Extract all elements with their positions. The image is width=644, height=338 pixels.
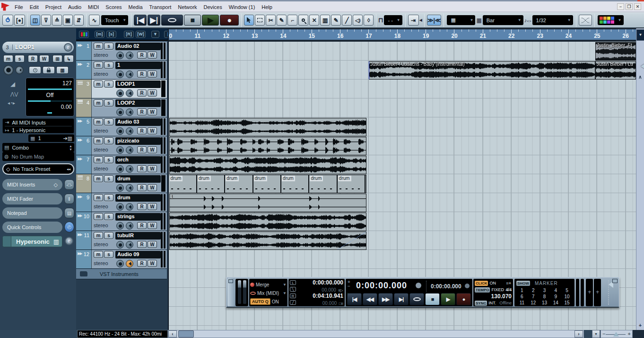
track-name[interactable]: Audio 02 (115, 43, 161, 50)
track-mute-button[interactable]: m (94, 99, 103, 107)
track-write-button[interactable]: W (148, 127, 157, 134)
vertical-zoom-in[interactable]: + (636, 322, 644, 328)
snap-value-dropdown[interactable]: 1/32▼ (532, 15, 573, 25)
right-locator-icon[interactable]: R (290, 294, 296, 298)
stop-transport-button[interactable]: ■ (425, 293, 440, 305)
track-read-button[interactable]: R (137, 89, 147, 97)
track-read-button[interactable]: R (137, 127, 147, 134)
track-monitor[interactable] (126, 260, 133, 267)
track-solo-button[interactable]: s (104, 232, 113, 239)
track-record-enable[interactable] (116, 165, 124, 173)
midi-part-drum[interactable]: drum (281, 175, 309, 193)
automation-panel-button[interactable]: ∿ (89, 15, 100, 26)
marker-7[interactable]: 7 (528, 294, 539, 300)
nudge-left-button[interactable]: ⇥ (408, 15, 419, 26)
midi-fader-state-button[interactable]: ⇕ (64, 194, 74, 204)
track-row-8[interactable]: 8msdrumRW (76, 174, 167, 193)
track-row-1[interactable]: ▶▶1msAudio 02stereoRW (76, 42, 167, 61)
monitor-button[interactable] (15, 66, 24, 74)
track-write-button[interactable]: W (148, 108, 157, 116)
track-row-5[interactable]: ▶▶5msAudio 03stereoRW (76, 117, 167, 136)
track-name[interactable]: 1 (115, 62, 161, 69)
record-enable-button[interactable] (3, 65, 14, 75)
palette-color[interactable] (611, 17, 614, 20)
cycle-transport-button[interactable] (409, 293, 424, 305)
color-tool[interactable]: ◊ (364, 15, 374, 26)
clock-icon[interactable] (416, 283, 421, 288)
track-row-4[interactable]: 4msLOOP2RW (76, 98, 167, 117)
palette-color[interactable] (607, 17, 610, 20)
track-monitor[interactable] (126, 127, 133, 135)
track-row-12[interactable]: ▶▶12msAudio 09stereoRW (76, 250, 167, 269)
snap-type-dropdown[interactable]: ▦▼ (447, 15, 475, 25)
stop-button[interactable]: ■ (184, 15, 201, 26)
marker-14[interactable]: 14 (550, 300, 561, 306)
time-signature[interactable]: 4/4 (505, 287, 512, 292)
show-infoline-button[interactable]: ≙ (52, 15, 62, 26)
clip-audio-10[interactable] (169, 213, 367, 231)
volume-slider[interactable] (28, 89, 72, 90)
palette-color[interactable] (603, 20, 607, 24)
track-colors-icon[interactable] (79, 31, 89, 38)
nudge-collapse-icon[interactable]: ◀ (419, 18, 422, 22)
scroll-right-button[interactable]: › (574, 330, 583, 338)
track-record-enable[interactable] (116, 203, 124, 211)
track-mute-button[interactable]: m (94, 156, 103, 163)
track-row-7[interactable]: ▶▶7msorchstereoRW (76, 155, 167, 174)
midi-part-drum[interactable]: drum (338, 175, 366, 193)
track-mute-button[interactable]: m (94, 194, 103, 201)
track-write-button[interactable]: W (148, 241, 157, 248)
track-read-button[interactable]: R (137, 52, 147, 59)
track-record-enable[interactable] (116, 146, 124, 154)
track-monitor[interactable] (126, 241, 133, 249)
track-record-enable[interactable] (116, 127, 124, 135)
bank-selector[interactable]: ▤Combo▲▼ (2, 143, 74, 152)
menu-edit[interactable]: Edit (27, 3, 42, 11)
vertical-scrollbar[interactable]: ▼ ∧ + (636, 28, 644, 330)
marker-8[interactable]: 8 (539, 294, 550, 300)
track-record-enable[interactable] (116, 89, 124, 97)
midi-inserts-state-button[interactable]: -□- (64, 179, 74, 190)
record-button[interactable]: ● (220, 15, 239, 26)
palette-color[interactable] (600, 17, 603, 20)
write-all-button[interactable]: [W] (136, 31, 146, 38)
mute-tool[interactable]: ✕ (309, 15, 319, 26)
play-tool[interactable]: ◁) (353, 15, 363, 26)
grid-type-dropdown[interactable]: Bar▼ (483, 15, 523, 25)
track-read-button[interactable]: R (137, 146, 147, 153)
constrain-delay-button[interactable]: [●] (14, 15, 25, 26)
pan-value[interactable]: Off (28, 91, 72, 99)
show-inspector-button[interactable]: ⊽ (41, 15, 51, 26)
track-solo-button[interactable]: s (104, 213, 113, 220)
track-name[interactable]: LOOP1 (115, 80, 161, 88)
track-write-button[interactable]: W (148, 222, 157, 229)
track-solo-button[interactable]: s (104, 118, 113, 125)
track-write-button[interactable]: W (148, 260, 157, 267)
menu-transport[interactable]: Transport (147, 3, 174, 11)
track-monitor[interactable] (126, 165, 133, 173)
track-row-3[interactable]: 3msLOOP1RW (76, 80, 167, 98)
time-plus-minus[interactable]: +− (348, 280, 350, 288)
menu-project[interactable]: Project (43, 3, 64, 11)
zoom-out-label[interactable]: − (602, 331, 605, 337)
volume-value[interactable]: 127 (28, 79, 72, 88)
touch-pointer-button[interactable]: ◫ (30, 15, 40, 26)
track-monitor[interactable] (126, 184, 133, 192)
tempo-value[interactable]: 130.070 (491, 293, 512, 300)
notepad-state-button[interactable]: ▤ (64, 208, 74, 218)
nudge-dropdown[interactable]: - -▼ (384, 15, 402, 25)
tempo-button[interactable]: TEMPO (475, 287, 490, 293)
track-list-dropdown[interactable]: ▼ (151, 31, 159, 38)
channel-row[interactable]: ▦1➔▥ (28, 134, 74, 142)
track-read-button[interactable]: R (137, 165, 147, 172)
cycle-button[interactable] (161, 15, 183, 26)
menu-window-1-[interactable]: Window (1) (226, 3, 258, 11)
input-routing[interactable]: ⇥All MIDI Inputs (5, 119, 72, 126)
master-level-slider[interactable] (608, 280, 618, 305)
write-automation-button[interactable]: W (39, 55, 49, 62)
sync-button[interactable]: SYNC (475, 301, 487, 306)
track-name[interactable]: Audio 09 (115, 251, 161, 258)
solo-all-button[interactable]: [s] (106, 31, 116, 38)
rewind-button[interactable]: ◀◀ (363, 293, 377, 305)
track-write-button[interactable]: W (148, 165, 157, 172)
